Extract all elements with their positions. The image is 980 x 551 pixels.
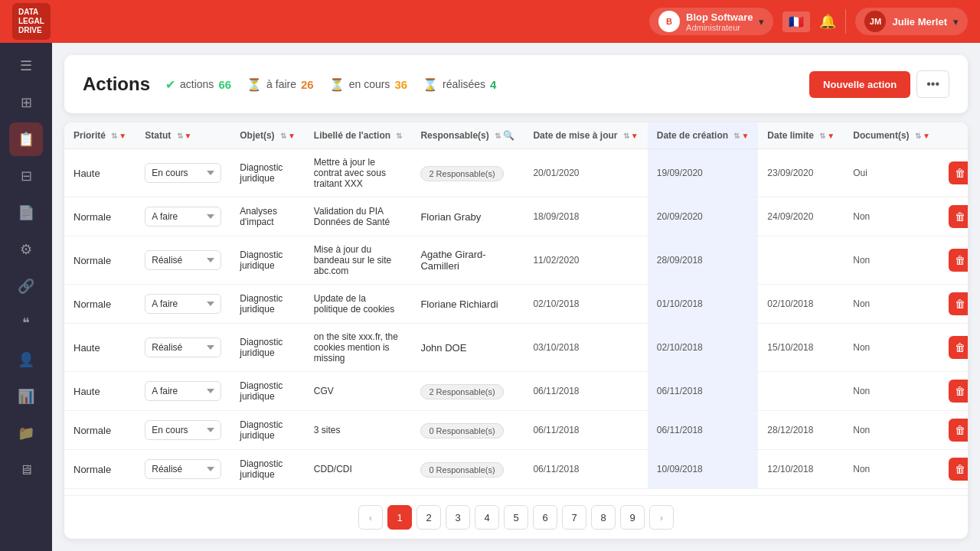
cell-document: Non (844, 411, 939, 450)
cell-date-limit: 24/09/2020 (758, 197, 844, 236)
stat-encours-label: en cours (349, 78, 390, 90)
delete-button[interactable]: 🗑 (949, 336, 968, 359)
cell-priority: Haute (64, 372, 136, 411)
sidebar-item-links[interactable]: 🔗 (9, 269, 43, 303)
sidebar-item-documents[interactable]: 📄 (9, 196, 43, 230)
company-chevron-icon: ▾ (759, 16, 764, 28)
sidebar-item-files[interactable]: 📁 (9, 416, 43, 450)
pagination-page-3[interactable]: 3 (446, 505, 470, 530)
cell-date-creation: 02/10/2018 (648, 324, 759, 372)
top-navigation: DATALEGALDRIVE B Blop Software Administr… (0, 0, 980, 43)
cell-date-creation: 06/11/2018 (648, 372, 759, 411)
stat-actions: ✔ actions 66 (165, 77, 231, 92)
cell-date-limit: 12/10/2018 (758, 450, 844, 489)
cell-date-update: 03/10/2018 (524, 324, 647, 372)
notifications-button[interactable]: 🔔 (819, 13, 836, 30)
cell-priority: Haute (64, 324, 136, 372)
col-date-update: Date de mise à jour ⇅▼ (524, 122, 647, 149)
sidebar-item-menu[interactable]: ☰ (9, 49, 43, 83)
table-row: NormaleEn coursA faireRéaliséDiagnostic … (64, 285, 968, 324)
sidebar-item-settings[interactable]: ⚙ (9, 233, 43, 266)
sidebar-item-reports[interactable]: 📊 (9, 380, 43, 413)
page-title: Actions (83, 73, 150, 95)
pagination-page-1[interactable]: 1 (387, 505, 412, 530)
delete-button[interactable]: 🗑 (949, 205, 968, 228)
language-selector[interactable]: 🇫🇷 (782, 11, 810, 32)
sidebar-item-users[interactable]: 👤 (9, 343, 43, 377)
delete-button[interactable]: 🗑 (949, 292, 968, 315)
col-date-creation: Date de création ⇅▼ (648, 122, 759, 149)
pagination-page-7[interactable]: 7 (562, 505, 586, 530)
delete-button[interactable]: 🗑 (949, 161, 968, 184)
cell-object: Diagnostic juridique (230, 149, 305, 197)
cell-responsible: 2 Responsable(s) (411, 149, 524, 197)
cell-responsible: 0 Responsable(s) (411, 411, 524, 450)
user-menu[interactable]: JM Julie Merlet ▾ (855, 8, 968, 35)
cell-date-limit: 02/10/2018 (758, 285, 844, 324)
stat-encours-count: 36 (394, 78, 407, 91)
cell-date-update: 18/09/2018 (524, 197, 647, 236)
cell-date-creation: 28/09/2018 (648, 236, 759, 285)
cell-date-update: 11/02/2020 (524, 236, 647, 285)
stat-actions-count: 66 (218, 78, 231, 91)
cell-date-update: 02/10/2018 (524, 285, 647, 324)
pagination-prev[interactable]: ‹ (358, 505, 383, 530)
cell-date-limit: 23/09/2020 (758, 149, 844, 197)
pagination-page-2[interactable]: 2 (416, 505, 441, 530)
more-options-button[interactable]: ••• (916, 70, 949, 98)
col-status: Statut ⇅▼ (136, 122, 230, 149)
sidebar-item-grid[interactable]: ⊟ (9, 159, 43, 193)
delete-button[interactable]: 🗑 (949, 419, 968, 442)
status-select[interactable]: En coursA faireRéalisé (145, 250, 221, 270)
status-select[interactable]: En coursA faireRéalisé (145, 207, 221, 227)
cell-label: 3 sites (305, 411, 412, 450)
pagination-page-4[interactable]: 4 (475, 505, 499, 530)
cell-date-creation: 19/09/2020 (648, 149, 759, 197)
delete-button[interactable]: 🗑 (949, 249, 968, 272)
pagination-page-6[interactable]: 6 (533, 505, 557, 530)
cell-object: Analyses d'impact (230, 197, 305, 236)
cell-date-limit (758, 236, 844, 285)
sidebar-item-dashboard[interactable]: ⊞ (9, 86, 43, 119)
col-actions (939, 122, 968, 149)
company-info[interactable]: B Blop Software Administrateur ▾ (649, 8, 773, 35)
stat-realisees: ⌛ réalisées 4 (423, 77, 496, 92)
cell-status: En coursA faireRéalisé (136, 149, 230, 197)
status-select[interactable]: En coursA faireRéalisé (145, 163, 221, 183)
status-select[interactable]: En coursA faireRéalisé (145, 420, 221, 440)
cell-delete: 🗑 (939, 285, 968, 324)
cell-delete: 🗑 (939, 149, 968, 197)
cell-responsible: 0 Responsable(s) (411, 450, 524, 489)
col-document: Document(s) ⇅▼ (844, 122, 939, 149)
cell-object: Diagnostic juridique (230, 411, 305, 450)
status-select[interactable]: En coursA faireRéalisé (145, 381, 221, 401)
cell-status: En coursA faireRéalisé (136, 450, 230, 489)
cell-date-update: 20/01/2020 (524, 149, 647, 197)
new-action-button[interactable]: Nouvelle action (809, 71, 910, 98)
sidebar-item-quotes[interactable]: ❝ (9, 306, 43, 340)
table-row: HauteEn coursA faireRéaliséDiagnostic ju… (64, 149, 968, 197)
status-select[interactable]: En coursA faireRéalisé (145, 337, 221, 357)
status-select[interactable]: En coursA faireRéalisé (145, 459, 221, 479)
pagination-page-8[interactable]: 8 (591, 505, 616, 530)
sidebar-item-actions[interactable]: 📋 (9, 122, 43, 156)
logo: DATALEGALDRIVE (12, 3, 51, 40)
table-body: HauteEn coursA faireRéaliséDiagnostic ju… (64, 149, 968, 489)
pagination-page-9[interactable]: 9 (620, 505, 645, 530)
sidebar-item-screen[interactable]: 🖥 (9, 453, 43, 487)
delete-button[interactable]: 🗑 (949, 458, 968, 481)
table-row: NormaleEn coursA faireRéaliséDiagnostic … (64, 236, 968, 285)
cell-date-creation: 01/10/2018 (648, 285, 759, 324)
table-header: Priorité ⇅▼ Statut ⇅▼ Objet(s) ⇅▼ Libell… (64, 122, 968, 149)
company-name: Blop Software (686, 11, 753, 23)
pagination-next[interactable]: › (649, 505, 674, 530)
table-row: HauteEn coursA faireRéaliséDiagnostic ju… (64, 372, 968, 411)
nav-left: DATALEGALDRIVE (12, 3, 51, 40)
status-select[interactable]: En coursA faireRéalisé (145, 294, 221, 314)
delete-button[interactable]: 🗑 (949, 380, 968, 403)
cell-label: CGV (305, 372, 412, 411)
cell-responsible: John DOE (411, 324, 524, 372)
responsible-badge: 0 Responsable(s) (420, 423, 503, 439)
pagination-page-5[interactable]: 5 (504, 505, 528, 530)
stat-realisees-label: réalisées (443, 78, 485, 90)
